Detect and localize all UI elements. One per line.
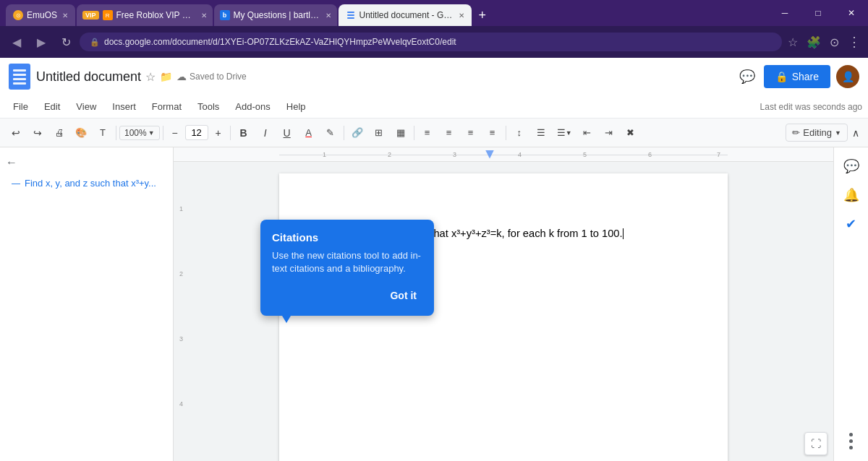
expand-button[interactable]: ⛶ [804,432,827,455]
zoom-chevron: ▼ [148,129,155,137]
move-icon[interactable]: 📁 [160,71,172,82]
highlight-button[interactable]: ✎ [320,123,341,143]
editing-mode-label: Editing [803,127,832,138]
window-controls: ─ □ ✕ [768,0,868,26]
toolbar-divider-3 [230,126,231,140]
menu-insert[interactable]: Insert [105,98,143,115]
menu-help[interactable]: Help [279,98,313,115]
close-button[interactable]: ✕ [835,0,868,26]
minimize-button[interactable]: ─ [768,0,801,26]
print-button[interactable]: 🖨 [49,123,69,143]
link-button[interactable]: 🔗 [347,123,367,143]
align-right-button[interactable]: ≡ [461,123,481,143]
notifications-sidebar-icon[interactable]: 🔔 [838,182,864,208]
forward-button[interactable]: ▶ [30,31,52,53]
clear-format-button[interactable]: ✖ [621,123,641,143]
maximize-button[interactable]: □ [801,0,835,26]
menu-format[interactable]: Format [145,98,189,115]
doc-title: Untitled document [36,69,141,85]
url-text: docs.google.com/document/d/1XYEi-OP07ZLK… [104,37,456,47]
docs-header: Untitled document ☆ 📁 ☁ Saved to Drive 💬… [0,58,868,95]
doc-page[interactable]: Find x, y, and z such that x³+y³+z³=k, f… [279,173,728,461]
tab-bartleby[interactable]: b My Questions | bartleby ✕ [214,4,337,26]
bookmark-icon[interactable]: ☆ [785,33,801,52]
toolbar-divider-4 [344,126,344,140]
back-button[interactable]: ◀ [6,31,27,53]
page-numbers: 1 2 3 4 5 [179,205,183,241]
extension-icon[interactable]: 🧩 [804,33,824,52]
menu-view[interactable]: View [69,98,103,115]
menu-file[interactable]: File [6,98,35,115]
menu-tools[interactable]: Tools [190,98,226,115]
ruler-mark-1: 1 [323,151,326,158]
outline-collapse-icon[interactable]: ← [6,156,17,169]
tab-roblox[interactable]: VIP R Free Roblox VIP Servers ✕ [77,4,213,26]
comment-button[interactable]: 💬 [736,66,758,87]
bold-button[interactable]: B [234,123,254,143]
outline-item[interactable]: — Find x, y, and z such that x³+y... [6,175,167,191]
menu-edit[interactable]: Edit [37,98,67,115]
indent-decrease-button[interactable]: ⇤ [577,123,597,143]
citations-actions: Got it [272,287,422,304]
check-sidebar-icon[interactable]: ✔ [838,211,864,237]
align-left-button[interactable]: ≡ [417,123,438,143]
tab-roblox-close[interactable]: ✕ [201,12,207,20]
doc-area: 1 2 3 4 5 6 7 1 2 3 4 5 [174,147,833,461]
refresh-button[interactable]: ↻ [55,31,77,53]
redo-button[interactable]: ↪ [27,123,48,143]
list-button[interactable]: ☰ [531,123,551,143]
indent-increase-button[interactable]: ⇥ [599,123,619,143]
tab-bartleby-close[interactable]: ✕ [326,12,331,20]
share-button[interactable]: 🔒 Share [764,65,830,88]
saved-text: Saved to Drive [190,72,247,82]
tab-emuos-label: EmuOS [27,10,57,20]
main-content: ← — Find x, y, and z such that x³+y... 1… [0,147,868,461]
paint-format-button[interactable]: 🎨 [71,123,91,143]
sidebar-dots [849,433,853,455]
italic-button[interactable]: I [255,123,276,143]
spell-check-button[interactable]: T [93,123,113,143]
underline-button[interactable]: U [277,123,297,143]
comments-sidebar-icon[interactable]: 💬 [838,153,864,179]
avatar[interactable]: 👤 [836,65,859,88]
menu-dots[interactable]: ⋮ [845,31,862,53]
got-it-button[interactable]: Got it [384,287,422,304]
undo-button[interactable]: ↩ [6,123,26,143]
image-button[interactable]: ⊞ [369,123,389,143]
tab-gdocs[interactable]: Untitled document - Google Docs ✕ [339,4,472,26]
tab-gdocs-close[interactable]: ✕ [459,12,464,20]
star-button[interactable]: ☆ [145,70,156,84]
profile-icon[interactable]: ⊙ [827,33,842,52]
ruler: 1 2 3 4 5 6 7 [174,147,833,162]
font-size-input[interactable] [185,125,208,140]
ruler-mark-6: 6 [648,151,652,158]
citations-description: Use the new citations tool to add in-tex… [272,249,422,275]
tab-emuos[interactable]: ⊙ EmuOS ✕ [6,4,75,26]
font-size-increase[interactable]: + [210,123,227,143]
collapse-toolbar-button[interactable]: ∧ [849,124,862,142]
url-field[interactable]: 🔒 docs.google.com/document/d/1XYEi-OP07Z… [80,33,782,51]
outline-panel: ← — Find x, y, and z such that x³+y... [0,147,174,461]
ruler-mark-7: 7 [717,151,720,158]
new-tab-button[interactable]: + [473,7,493,25]
numbered-list-button[interactable]: ☰▼ [553,123,576,143]
menu-addons[interactable]: Add-ons [228,98,277,115]
share-label: Share [792,71,819,82]
align-center-button[interactable]: ≡ [439,123,459,143]
tab-emuos-close[interactable]: ✕ [62,12,68,20]
citations-title: Citations [272,231,422,244]
ruler-mark-3: 3 [453,151,456,158]
justify-button[interactable]: ≡ [482,123,503,143]
tab-gdocs-label: Untitled document - Google Docs [359,10,454,20]
font-size-decrease[interactable]: − [166,123,184,143]
editing-mode-dropdown[interactable]: ✏ Editing ▼ [786,124,848,142]
browser-chrome: ⊙ EmuOS ✕ VIP R Free Roblox VIP Servers … [0,0,868,58]
saved-status: ☁ Saved to Drive [176,71,247,82]
text-color-button[interactable]: A [299,123,319,143]
vip-badge: VIP [82,11,99,20]
table-button[interactable]: ▦ [391,123,411,143]
line-spacing-button[interactable]: ↕ [509,123,529,143]
ruler-mark-5: 5 [583,151,587,158]
outline-toggle-row: ← [6,153,167,172]
toolbar-divider-2 [163,126,163,140]
